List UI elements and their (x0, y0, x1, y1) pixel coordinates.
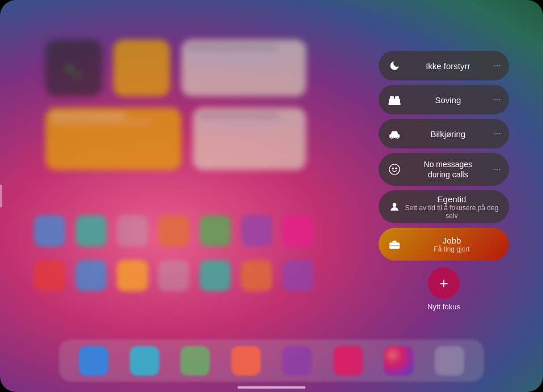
ipad-screen: >_ (0, 0, 543, 392)
focus-item-jobb[interactable]: Jobb Få ting gjort (379, 228, 509, 261)
jobb-title: Jobb (402, 236, 501, 245)
app-icon-7 (282, 215, 313, 246)
focus-item-soving[interactable]: Soving ··· (379, 85, 509, 114)
app-icon-5 (200, 215, 231, 246)
person-icon (387, 199, 402, 215)
ikke-forstyrr-dots[interactable]: ··· (494, 61, 501, 71)
widget-notes-2 (193, 108, 306, 170)
dock-icon-2 (130, 346, 159, 376)
bed-icon (387, 92, 402, 108)
svg-rect-1 (388, 103, 401, 105)
egentid-sublabel: Sett av tid til å fokusere på deg selv (402, 204, 501, 220)
svg-point-5 (391, 137, 392, 138)
focus-panel: Ikke forstyrr ··· Soving ··· (379, 51, 509, 311)
app-icon-13 (241, 260, 272, 291)
dock-icon-1 (79, 346, 108, 376)
widget-terminal: >_ (45, 40, 102, 96)
no-messages-dots[interactable]: ··· (494, 164, 501, 174)
svg-point-6 (397, 137, 398, 138)
emoji-icon (387, 161, 402, 177)
widget-notes-1 (181, 40, 306, 96)
widget-yellow-2 (45, 108, 181, 170)
focus-item-ikke-forstyrr[interactable]: Ikke forstyrr ··· (379, 51, 509, 80)
jobb-sublabel: Få ting gjort (402, 245, 501, 253)
ikke-forstyrr-label: Ikke forstyrr (402, 61, 494, 71)
car-icon (387, 126, 402, 142)
new-focus-button[interactable]: + (428, 267, 460, 299)
app-icon-12 (200, 260, 231, 291)
dock-icon-7 (384, 346, 413, 376)
app-icon-11 (158, 260, 189, 291)
dock (59, 339, 484, 382)
soving-label: Soving (402, 95, 494, 105)
widgets-area: >_ (34, 28, 317, 187)
app-icon-9 (75, 260, 107, 291)
no-messages-label-container: No messagesduring calls (402, 159, 494, 180)
widget-yellow (113, 40, 170, 96)
app-icon-10 (117, 260, 148, 291)
dock-icon-4 (231, 346, 261, 376)
plus-icon: + (439, 275, 448, 292)
side-handle (0, 185, 2, 207)
app-icon-6 (241, 215, 272, 246)
soving-dots[interactable]: ··· (494, 95, 501, 105)
app-icon-3 (117, 215, 148, 246)
svg-point-7 (389, 164, 400, 174)
focus-item-egentid[interactable]: Egentid Sett av tid til å fokusere på de… (379, 190, 509, 223)
app-icon-8 (34, 260, 65, 291)
focus-item-no-messages[interactable]: No messagesduring calls ··· (379, 153, 509, 186)
egentid-label-container: Egentid Sett av tid til å fokusere på de… (402, 194, 501, 220)
moon-icon (387, 58, 402, 74)
dock-icon-3 (180, 346, 210, 376)
dock-icon-5 (282, 346, 312, 376)
new-focus-label: Nytt fokus (427, 302, 460, 311)
egentid-title: Egentid (402, 194, 501, 204)
svg-point-8 (392, 168, 393, 169)
new-focus-wrapper: + Nytt fokus (379, 267, 509, 311)
svg-rect-0 (389, 99, 400, 104)
home-indicator (237, 386, 306, 389)
app-icon-1 (34, 215, 65, 246)
bilkjoring-dots[interactable]: ··· (494, 129, 501, 139)
app-icon-4 (158, 215, 189, 246)
bilkjoring-label: Bilkjøring (402, 129, 494, 139)
briefcase-icon (387, 236, 402, 252)
no-messages-label: No messagesduring calls (402, 159, 494, 180)
svg-point-10 (393, 203, 397, 207)
svg-point-9 (396, 168, 397, 169)
apps-area (23, 210, 329, 300)
app-icon-2 (75, 215, 107, 246)
app-icon-14 (282, 260, 313, 291)
dock-icon-8 (435, 346, 464, 376)
jobb-label-container: Jobb Få ting gjort (402, 236, 501, 253)
focus-item-bilkjoring[interactable]: Bilkjøring ··· (379, 119, 509, 148)
dock-icon-6 (333, 346, 363, 376)
